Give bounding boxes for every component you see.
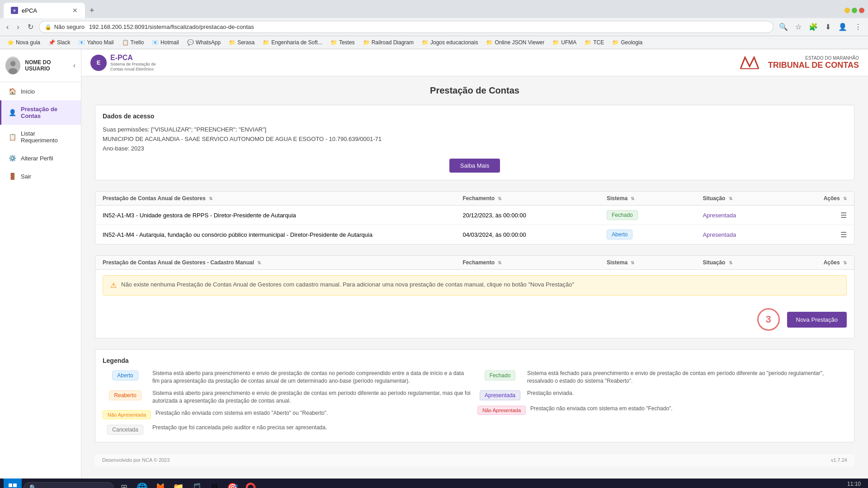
- taskview-icon: ⊞: [121, 483, 127, 488]
- row1-actions-icon[interactable]: ☰: [840, 211, 847, 219]
- btn-area: 3 Nova Prestação: [95, 301, 854, 338]
- bookmark-jogos[interactable]: 📁 Jogos educacionais: [418, 38, 481, 47]
- bookmark-nova-guia[interactable]: ⭐ Nova guia: [4, 38, 44, 47]
- bookmark-trello-icon: 📋: [122, 39, 129, 46]
- bookmark-hotmail[interactable]: 📧 Hotmail: [148, 38, 183, 47]
- browser-extension-icon[interactable]: 🧩: [806, 21, 821, 33]
- table2-warning-alert: ⚠ Não existe nenhuma Prestação de Contas…: [103, 275, 847, 296]
- bookmark-engenharia[interactable]: 📁 Engenharia de Soft...: [259, 38, 326, 47]
- bookmark-tce[interactable]: 📁 TCE: [581, 38, 608, 47]
- browser-toolbar: ‹ › ↻ 🔒 Não seguro 192.168.200.152:8091/…: [0, 18, 868, 36]
- table1-col-gestores: Prestação de Contas Anual de Gestores ⇅: [103, 195, 462, 202]
- taskbar-app-edge[interactable]: 🌐: [134, 479, 150, 488]
- row1-acoes: ☰: [799, 211, 847, 220]
- browser-tab-close[interactable]: ✕: [72, 7, 78, 14]
- taskbar-start-button[interactable]: [4, 479, 22, 488]
- browser-minimize-button[interactable]: [844, 8, 850, 13]
- taskbar-app-task-view[interactable]: ⊞: [116, 479, 132, 488]
- browser-bookmark-icon[interactable]: ☆: [793, 21, 804, 33]
- bookmark-railroad[interactable]: 📁 Railroad Diagram: [359, 38, 417, 47]
- browser-favicon: e: [11, 7, 18, 14]
- browser-close-button[interactable]: [859, 8, 864, 13]
- sidebar-toggle-icon[interactable]: ‹: [73, 61, 75, 70]
- sort-icon-acoes[interactable]: ⇅: [843, 196, 847, 201]
- browser-download-icon[interactable]: ⬇: [822, 21, 834, 33]
- taskbar-search-box[interactable]: 🔍: [24, 482, 114, 488]
- sidebar-item-listar[interactable]: 📋 Listar Requerimento: [0, 125, 81, 149]
- browser-forward-button[interactable]: ›: [14, 21, 22, 33]
- taskbar-app-opera[interactable]: ⭕: [242, 479, 259, 488]
- bookmark-label: Serasa: [237, 39, 255, 46]
- taskbar-app-explorer[interactable]: 📁: [170, 479, 186, 488]
- row2-actions-icon[interactable]: ☰: [840, 231, 847, 239]
- sidebar-item-prestacao[interactable]: 👤 Prestação de Contas: [0, 100, 81, 125]
- bookmark-trello[interactable]: 📋 Trello: [118, 38, 148, 47]
- sort-icon-situacao[interactable]: ⇅: [729, 196, 732, 201]
- legenda-badge-cancelada: Cancelada: [103, 424, 148, 435]
- bookmark-icon: ⭐: [7, 39, 14, 46]
- taskbar-app-firefox[interactable]: 🦊: [152, 479, 168, 488]
- bookmark-label: UFMA: [561, 39, 576, 46]
- legenda-cancelada-badge: Cancelada: [107, 425, 143, 435]
- bookmark-testes[interactable]: 📁 Testes: [327, 38, 359, 47]
- bookmark-slack[interactable]: 📌 Slack: [45, 38, 74, 47]
- sort-icon-gestores[interactable]: ⇅: [209, 196, 212, 201]
- table2-col-gestores: Prestação de Contas Anual de Gestores - …: [103, 259, 462, 266]
- browser-new-tab-button[interactable]: +: [85, 3, 99, 18]
- taskbar-app-game[interactable]: 🎯: [224, 479, 241, 488]
- table2-col-situacao: Situação ⇅: [703, 259, 798, 266]
- table1-col-sistema: Sistema ⇅: [607, 195, 703, 202]
- table1-col-gestores-label: Prestação de Contas Anual de Gestores: [103, 195, 206, 202]
- bookmark-ufma[interactable]: 📁 UFMA: [549, 38, 580, 47]
- row1-descricao: IN52-A1-M3 - Unidade gestora de RPPS - D…: [103, 212, 462, 219]
- sidebar-item-sair[interactable]: 🚪 Sair: [0, 167, 81, 185]
- taskbar-app-monitor[interactable]: 🖥: [206, 479, 222, 488]
- browser-search-icon[interactable]: 🔍: [776, 21, 791, 33]
- browser-tab-active[interactable]: e ePCA ✕: [4, 3, 85, 18]
- browser-profile-icon[interactable]: 👤: [835, 21, 850, 33]
- header-right: ESTADO DO MARANHÃO TRIBUNAL DE CONTAS: [738, 53, 859, 72]
- dados-permissoes: Suas permissões: ["VISUALIZAR"; "PREENCH…: [103, 125, 847, 135]
- logout-icon: 🚪: [9, 173, 16, 180]
- nova-prestacao-button[interactable]: Nova Prestação: [787, 312, 847, 328]
- bookmark-label: Jogos educacionais: [430, 39, 478, 46]
- legenda-reaberto-desc: Sistema está aberto para preenchimento e…: [152, 389, 472, 405]
- table2-warning-text: Não existe nenhuma Prestação de Contas A…: [121, 281, 574, 288]
- opera-icon: ⭕: [245, 482, 256, 488]
- row1-sistema: Fechado: [607, 210, 703, 220]
- sort-icon-fechamento[interactable]: ⇅: [498, 196, 501, 201]
- sort-icon-sistema[interactable]: ⇅: [631, 196, 634, 201]
- row2-situacao: Apresentada: [703, 231, 798, 238]
- browser-reload-button[interactable]: ↻: [25, 21, 36, 33]
- saiba-mais-button[interactable]: Saiba Mais: [449, 159, 500, 173]
- table2-section: Prestação de Contas Anual de Gestores - …: [95, 255, 854, 338]
- address-bar[interactable]: 🔒 Não seguro 192.168.200.152:8091/sistem…: [39, 21, 774, 33]
- table1-col-situacao-label: Situação: [703, 195, 725, 202]
- sidebar-item-alterar[interactable]: ⚙️ Alterar Perfil: [0, 149, 81, 167]
- bookmark-serasa[interactable]: 📁 Serasa: [225, 38, 258, 47]
- bookmark-json[interactable]: 📁 Online JSON Viewer: [482, 38, 548, 47]
- sort-icon-situacao2[interactable]: ⇅: [729, 260, 732, 265]
- sidebar-item-inicio[interactable]: 🏠 Início: [0, 82, 81, 100]
- bookmark-whatsapp[interactable]: 💬 WhatsApp: [184, 38, 224, 47]
- main-content: Prestação de Contas Dados de acesso Suas…: [81, 76, 868, 479]
- table2-col-sistema: Sistema ⇅: [607, 259, 703, 266]
- legenda-grid: Aberto Sistema está aberto para preenchi…: [103, 370, 847, 434]
- sort-icon-gestores2[interactable]: ⇅: [257, 260, 261, 265]
- browser-maximize-button[interactable]: [852, 8, 857, 13]
- table1-col-acoes: Ações ⇅: [799, 195, 847, 202]
- browser-back-button[interactable]: ‹: [4, 21, 11, 33]
- sort-icon-sistema2[interactable]: ⇅: [631, 260, 634, 265]
- browser-toolbar-icons: 🔍 ☆ 🧩 ⬇ 👤 ⋮: [776, 21, 864, 33]
- sort-icon-fechamento2[interactable]: ⇅: [498, 260, 501, 265]
- taskbar-app-media[interactable]: 🎵: [188, 479, 204, 488]
- sidebar: NOME DO USUARIO ‹ 🏠 Início 👤 Prestação d…: [0, 49, 81, 479]
- legenda-badge-nao-apresentada-yellow: Não Apresentada: [103, 409, 151, 419]
- bookmark-yahoo[interactable]: 📧 Yahoo Mail: [75, 38, 117, 47]
- bookmark-label: Slack: [57, 39, 70, 46]
- legenda-apresentada-badge: Apresentada: [480, 390, 520, 400]
- bookmark-geologia[interactable]: 📁 Geologia: [609, 38, 646, 47]
- browser-menu-icon[interactable]: ⋮: [852, 21, 864, 33]
- sort-icon-acoes2[interactable]: ⇅: [843, 260, 847, 265]
- tribunal-estado-text: ESTADO DO MARANHÃO: [768, 56, 859, 61]
